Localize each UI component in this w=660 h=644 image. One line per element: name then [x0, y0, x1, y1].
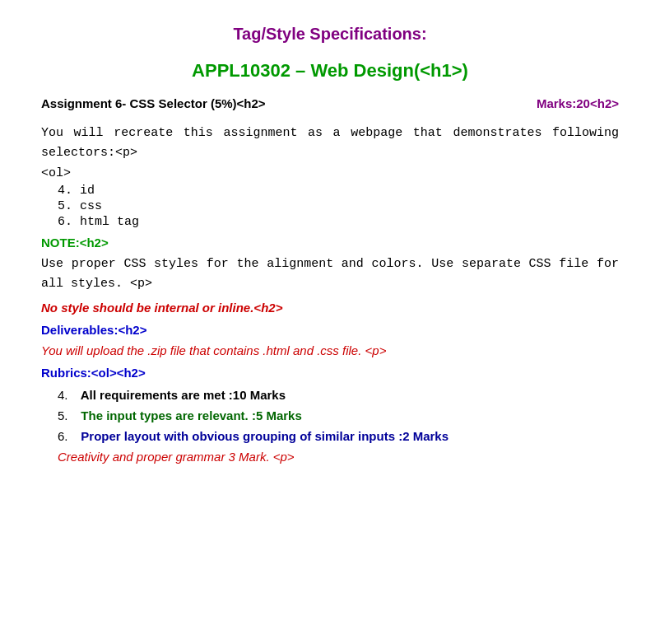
rubrics-label: Rubrics:<ol><h2> — [41, 366, 619, 380]
creativity-text: Creativity and proper grammar 3 Mark. <p… — [58, 450, 619, 464]
rubric-number-2: 5. — [58, 408, 74, 422]
list-item-number: 4. — [58, 184, 80, 198]
list-items: 4. id 5. css 6. html tag — [41, 184, 619, 229]
rubric-number-3: 6. — [58, 429, 74, 443]
list-item-text: css — [80, 199, 102, 213]
list-item: 5. css — [58, 199, 619, 213]
assignment-title: Assignment 6- CSS Selector (5%)<h2> — [41, 96, 266, 110]
deliverables-label: Deliverables:<h2> — [41, 323, 619, 337]
page-title: Tag/Style Specifications: — [41, 25, 619, 44]
body-paragraph: You will recreate this assignment as a w… — [41, 124, 619, 163]
list-item-number: 6. — [58, 215, 80, 229]
rubric-number-1: 4. — [58, 388, 74, 402]
note-label: NOTE:<h2> — [41, 236, 619, 250]
rubric-text-3: Proper layout with obvious grouping of s… — [74, 429, 449, 443]
marks-label: Marks:20<h2> — [537, 96, 619, 110]
note-text: Use proper CSS styles for the alignment … — [41, 254, 619, 294]
list-item-text: html tag — [80, 215, 139, 229]
assignment-header: Assignment 6- CSS Selector (5%)<h2> Mark… — [41, 96, 619, 110]
rubric-items: 4. All requirements are met :10 Marks 5.… — [41, 388, 619, 443]
list-item-number: 5. — [58, 199, 80, 213]
rubric-item-2: 5. The input types are relevant. :5 Mark… — [58, 408, 619, 422]
rubric-item-3: 6. Proper layout with obvious grouping o… — [58, 429, 619, 443]
no-style-text: No style should be internal or inline.<h… — [41, 301, 619, 315]
rubric-item-1: 4. All requirements are met :10 Marks — [58, 388, 619, 402]
course-title: APPL10302 – Web Design(<h1>) — [41, 60, 619, 82]
rubric-text-1: All requirements are met :10 Marks — [74, 388, 286, 402]
ol-tag: <ol> — [41, 166, 619, 180]
list-item-text: id — [80, 184, 95, 198]
rubric-text-2: The input types are relevant. :5 Marks — [74, 408, 302, 422]
list-item: 4. id — [58, 184, 619, 198]
list-item: 6. html tag — [58, 215, 619, 229]
deliverables-text: You will upload the .zip file that conta… — [41, 343, 619, 357]
